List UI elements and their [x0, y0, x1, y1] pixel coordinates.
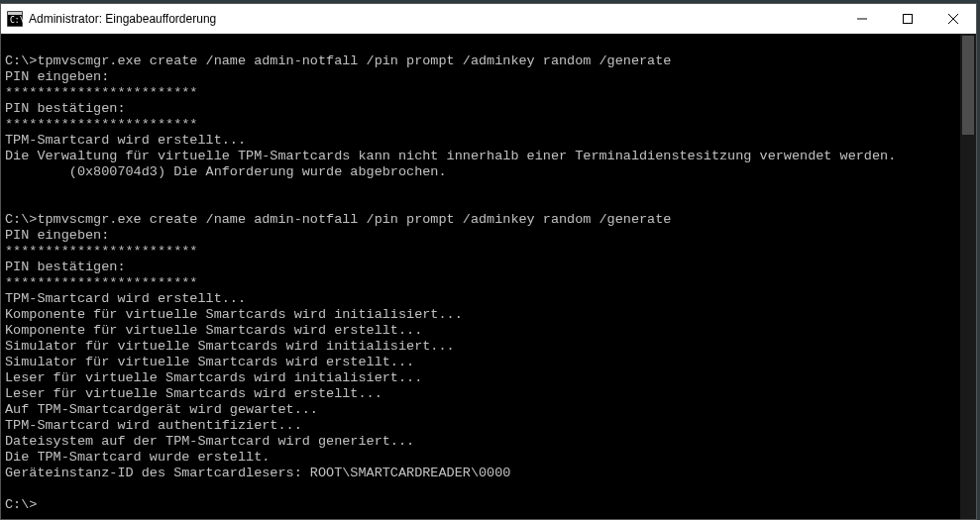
terminal-line: ************************: [5, 275, 972, 291]
svg-text:C:\: C:\: [10, 16, 23, 25]
terminal-line: Leser für virtuelle Smartcards wird erst…: [5, 386, 972, 402]
terminal-line: Die TPM-Smartcard wurde erstellt.: [5, 450, 972, 466]
svg-rect-1: [8, 12, 22, 15]
terminal-line: PIN eingeben:: [5, 69, 972, 85]
terminal-line: [5, 38, 972, 53]
scrollbar-thumb[interactable]: [962, 36, 974, 135]
terminal-line: TPM-Smartcard wird authentifiziert...: [5, 418, 972, 434]
terminal-line: Dateisystem auf der TPM-Smartcard wird g…: [5, 434, 972, 450]
maximize-button[interactable]: [885, 4, 930, 34]
terminal-line: Die Verwaltung für virtuelle TPM-Smartca…: [5, 149, 972, 164]
terminal-line: Geräteinstanz-ID des Smartcardlesers: RO…: [5, 466, 972, 481]
terminal-content: C:\>tpmvscmgr.exe create /name admin-not…: [1, 34, 976, 517]
terminal-body[interactable]: C:\>tpmvscmgr.exe create /name admin-not…: [1, 34, 976, 519]
terminal-line: Leser für virtuelle Smartcards wird init…: [5, 370, 972, 386]
window-title: Administrator: Eingabeaufforderung: [29, 12, 839, 26]
close-button[interactable]: [930, 4, 976, 34]
window-controls: [839, 4, 976, 34]
terminal-line: PIN eingeben:: [5, 228, 972, 244]
terminal-line: (0x800704d3) Die Anforderung wurde abgeb…: [5, 164, 972, 180]
terminal-line: [5, 196, 972, 212]
terminal-line: PIN bestätigen:: [5, 260, 972, 275]
minimize-button[interactable]: [839, 4, 885, 34]
terminal-line: ************************: [5, 85, 972, 101]
titlebar[interactable]: C:\ Administrator: Eingabeaufforderung: [1, 4, 976, 34]
svg-rect-4: [904, 15, 913, 24]
terminal-line: Komponente für virtuelle Smartcards wird…: [5, 307, 972, 323]
terminal-line: TPM-Smartcard wird erstellt...: [5, 133, 972, 149]
terminal-line: [5, 481, 972, 497]
terminal-line: PIN bestätigen:: [5, 101, 972, 117]
terminal-line: ************************: [5, 117, 972, 133]
scrollbar-track[interactable]: [960, 34, 976, 519]
terminal-line: Simulator für virtuelle Smartcards wird …: [5, 339, 972, 355]
terminal-line: Auf TPM-Smartcardgerät wird gewartet...: [5, 402, 972, 418]
terminal-line: C:\>tpmvscmgr.exe create /name admin-not…: [5, 212, 972, 228]
cmd-icon: C:\: [7, 11, 23, 27]
terminal-line: Komponente für virtuelle Smartcards wird…: [5, 323, 972, 339]
terminal-line: [5, 180, 972, 196]
terminal-line: C:\>tpmvscmgr.exe create /name admin-not…: [5, 53, 972, 69]
terminal-line: TPM-Smartcard wird erstellt...: [5, 291, 972, 307]
terminal-line: ************************: [5, 244, 972, 260]
terminal-line: Simulator für virtuelle Smartcards wird …: [5, 355, 972, 370]
terminal-line: C:\>: [5, 497, 972, 513]
command-prompt-window: C:\ Administrator: Eingabeaufforderung C…: [0, 3, 977, 520]
